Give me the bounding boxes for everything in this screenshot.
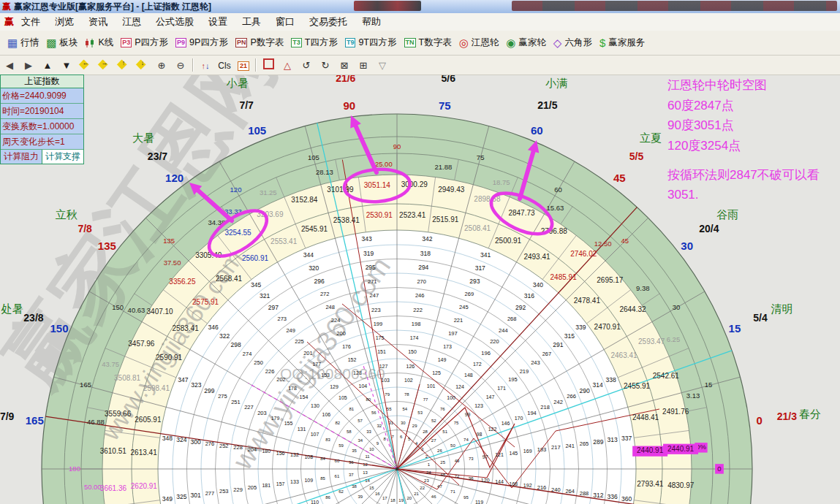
up-down-marker-icon[interactable]: ↑↓ <box>196 60 215 71</box>
toolbar-button-T数字表[interactable]: TNT数字表 <box>404 37 452 49</box>
svg-text:21/6: 21/6 <box>336 75 355 84</box>
svg-text:3457.96: 3457.96 <box>128 340 155 348</box>
price-row: 价格=2440.9099 <box>1 88 83 104</box>
svg-text:170: 170 <box>515 416 523 421</box>
svg-text:2470.91: 2470.91 <box>594 323 621 331</box>
svg-text:122: 122 <box>488 427 497 432</box>
svg-text:253: 253 <box>219 488 229 495</box>
svg-text:56: 56 <box>371 411 377 415</box>
menu-item-帮助[interactable]: 帮助 <box>362 16 381 27</box>
svg-text:241: 241 <box>565 443 575 449</box>
svg-text:252: 252 <box>219 443 229 449</box>
svg-text:107: 107 <box>311 432 319 437</box>
red-triangle-icon[interactable]: △ <box>278 60 297 71</box>
rotate-ccw-icon[interactable]: ↺ <box>297 60 316 71</box>
svg-text:45: 45 <box>613 172 626 184</box>
diamond-up-icon[interactable]: ◆↑ <box>114 58 133 73</box>
diamond-left-icon[interactable]: ◆← <box>76 58 95 73</box>
rotate-cw-icon[interactable]: ↻ <box>316 60 335 71</box>
svg-text:3508.81: 3508.81 <box>114 374 141 382</box>
menu-item-公式选股[interactable]: 公式选股 <box>156 16 194 27</box>
svg-text:181: 181 <box>262 483 270 488</box>
menu-item-文件[interactable]: 文件 <box>21 16 40 27</box>
contract-icon[interactable]: ⊞ <box>354 60 373 71</box>
svg-text:2530.91: 2530.91 <box>366 211 393 219</box>
svg-text:4830.97: 4830.97 <box>667 481 695 489</box>
toolbar-button-T四方形[interactable]: T3T四方形 <box>291 37 338 49</box>
svg-text:154: 154 <box>300 394 309 400</box>
svg-text:81: 81 <box>349 407 354 411</box>
svg-text:240: 240 <box>551 486 561 493</box>
toolbar-button-板块[interactable]: ▩板块 <box>46 37 77 49</box>
toolbar-button-9T四方形[interactable]: T99T四方形 <box>345 37 397 49</box>
calc-resistance-button[interactable]: 计算阻力 <box>1 150 42 164</box>
toolbar-button-江恩轮[interactable]: ◎江恩轮 <box>459 37 499 49</box>
menu-item-交易委托[interactable]: 交易委托 <box>309 16 347 27</box>
svg-text:21.88: 21.88 <box>435 163 453 171</box>
svg-text:360: 360 <box>621 495 632 503</box>
calc-support-button[interactable]: 计算支撑 <box>42 150 83 164</box>
toolbar-button-赢家服务[interactable]: $赢家服务 <box>599 37 645 49</box>
expand-icon[interactable]: ⊠ <box>335 60 354 71</box>
toolbar-button-P数字表[interactable]: PNP数字表 <box>235 37 284 49</box>
diamond-down-icon[interactable]: ◆↓ <box>133 58 152 73</box>
svg-text:131: 131 <box>298 427 306 432</box>
svg-text:250: 250 <box>254 359 263 366</box>
svg-text:124: 124 <box>455 384 464 389</box>
red-square-icon[interactable] <box>259 58 278 72</box>
menu-item-资讯[interactable]: 资讯 <box>88 16 107 27</box>
toolbar-button-行情[interactable]: ▦行情 <box>7 37 39 49</box>
svg-text:79: 79 <box>385 392 390 397</box>
zoom-in-icon[interactable]: ⊕ <box>152 60 171 71</box>
next-arrow-icon[interactable]: ▶ <box>19 60 38 71</box>
svg-text:108: 108 <box>304 454 313 459</box>
svg-text:60: 60 <box>335 459 340 463</box>
svg-text:126: 126 <box>406 364 415 369</box>
svg-text:150: 150 <box>408 349 417 354</box>
svg-text:149: 149 <box>438 357 447 362</box>
svg-text:2644.32: 2644.32 <box>619 305 646 313</box>
svg-text:18: 18 <box>390 498 396 503</box>
svg-text:319: 319 <box>363 250 374 257</box>
menu-item-工具[interactable]: 工具 <box>242 16 261 27</box>
menu-item-设置[interactable]: 设置 <box>208 16 227 27</box>
svg-text:298: 298 <box>231 341 241 348</box>
svg-text:202: 202 <box>276 376 286 383</box>
cls-icon[interactable]: Cls <box>215 60 234 71</box>
svg-text:342: 342 <box>422 235 432 243</box>
winner-service-icon: $ <box>599 37 605 48</box>
svg-text:169: 169 <box>523 448 532 454</box>
diamond-right-icon[interactable]: ◆→ <box>95 58 114 73</box>
analyst-annotation: 江恩轮中轮时空图 60度2847点 90度3051点 120度3254点 按循环… <box>667 75 820 205</box>
svg-text:199: 199 <box>374 321 383 327</box>
menu-item-浏览[interactable]: 浏览 <box>55 16 74 27</box>
svg-text:3101.99: 3101.99 <box>327 186 354 194</box>
toolbar-button-9P四方形[interactable]: P99P四方形 <box>175 37 228 49</box>
svg-text:217: 217 <box>551 444 561 451</box>
prev-arrow-icon[interactable]: ◀ <box>0 60 19 71</box>
svg-text:2575.91: 2575.91 <box>192 298 219 306</box>
zoom-out-icon[interactable]: ⊖ <box>171 60 190 71</box>
svg-text:2593.47: 2593.47 <box>638 337 665 345</box>
toolbar-button-P四方形[interactable]: P3P四方形 <box>121 37 168 49</box>
svg-text:243: 243 <box>531 359 540 366</box>
svg-text:174: 174 <box>410 335 419 340</box>
up-solid-arrow-icon[interactable]: ▲ <box>38 60 57 71</box>
svg-text:2500.91: 2500.91 <box>495 237 522 245</box>
menu-item-窗口[interactable]: 窗口 <box>276 16 295 27</box>
toolbar-button-label: K线 <box>98 37 113 49</box>
toolbar-button-K线[interactable]: K线 <box>85 37 113 49</box>
svg-text:22: 22 <box>420 486 425 490</box>
svg-text:11: 11 <box>365 454 370 459</box>
svg-text:2746.02: 2746.02 <box>570 250 597 258</box>
calendar-icon[interactable]: 21 <box>234 59 253 71</box>
clear-funnel-icon[interactable]: ▽ <box>373 60 392 71</box>
svg-text:135: 135 <box>163 237 175 245</box>
toolbar-button-赢家轮[interactable]: ◉赢家轮 <box>506 37 546 49</box>
toolbar-button-label: T四方形 <box>305 37 338 49</box>
svg-text:2493.41: 2493.41 <box>523 253 550 261</box>
toolbar-button-六角形[interactable]: ◇六角形 <box>553 37 592 49</box>
down-solid-arrow-icon[interactable]: ▼ <box>57 60 76 71</box>
menu-bar: 赢 文件浏览资讯江恩公式选股设置工具窗口交易委托帮助 <box>0 13 840 31</box>
menu-item-江恩[interactable]: 江恩 <box>122 16 141 27</box>
